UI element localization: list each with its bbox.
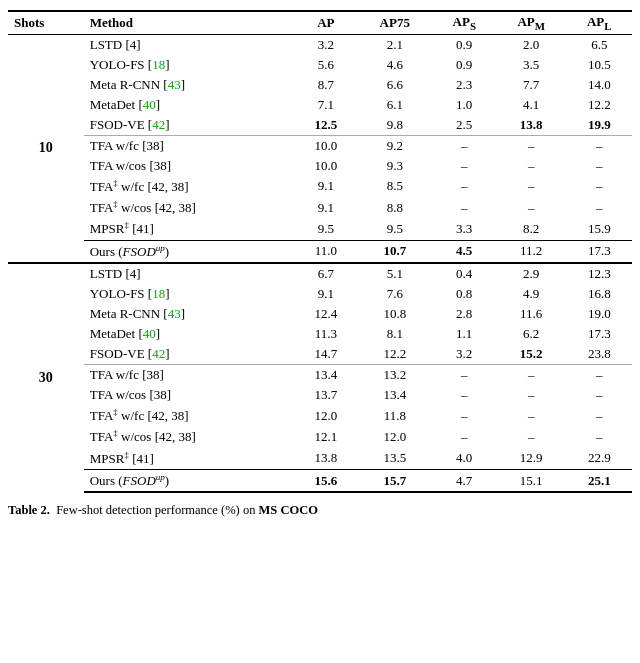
ours-cell: 17.3 [567,240,632,263]
table-cell: 14.0 [567,75,632,95]
table-cell: 13.8 [496,115,567,136]
table-cell: – [496,385,567,405]
ours-cell: 15.6 [295,469,357,492]
table-caption: Table 2. Few-shot detection performance … [8,501,632,520]
col-header-aps: APS [433,11,496,34]
table-cell: 12.2 [357,344,433,365]
table-cell: 12.4 [295,304,357,324]
table-row: MPSR‡ [41]13.813.54.012.922.9 [8,448,632,470]
method-cell: Meta R-CNN [43] [84,75,295,95]
table-cell: 2.8 [433,304,496,324]
table-cell: 11.8 [357,405,433,426]
table-cell: – [567,426,632,447]
method-cell: MPSR‡ [41] [84,218,295,240]
table-row: 10LSTD [4]3.22.10.92.06.5 [8,34,632,55]
table-cell: 13.4 [357,385,433,405]
table-row: YOLO-FS [18]9.17.60.84.916.8 [8,284,632,304]
table-row: TFA w/cos [38]13.713.4––– [8,385,632,405]
method-cell: TFA w/cos [38] [84,156,295,176]
table-cell: 3.2 [433,344,496,365]
table-cell: 9.3 [357,156,433,176]
table-cell: 0.8 [433,284,496,304]
table-row: MetaDet [40]7.16.11.04.112.2 [8,95,632,115]
table-cell: 12.0 [357,426,433,447]
table-cell: 10.5 [567,55,632,75]
table-cell: – [496,156,567,176]
table-cell: 0.9 [433,55,496,75]
table-cell: 0.4 [433,263,496,284]
table-cell: 5.6 [295,55,357,75]
method-cell: MetaDet [40] [84,95,295,115]
table-cell: 4.0 [433,448,496,470]
table-cell: 12.2 [567,95,632,115]
table-cell: 15.2 [496,344,567,365]
table-cell: 10.8 [357,304,433,324]
table-cell: 16.8 [567,284,632,304]
table-cell: 8.1 [357,324,433,344]
table-cell: – [496,176,567,197]
table-row: Meta R-CNN [43]8.76.62.37.714.0 [8,75,632,95]
ours-cell: 15.1 [496,469,567,492]
table-cell: 6.7 [295,263,357,284]
method-cell: TFA w/fc [38] [84,135,295,156]
table-cell: – [567,364,632,385]
method-cell: TFA‡ w/cos [42, 38] [84,197,295,218]
col-header-apm: APM [496,11,567,34]
ours-cell: 10.7 [357,240,433,263]
col-header-apl: APL [567,11,632,34]
col-header-shots: Shots [8,11,84,34]
table-cell: 6.5 [567,34,632,55]
table-cell: 9.1 [295,176,357,197]
table-cell: 8.8 [357,197,433,218]
table-cell: 13.7 [295,385,357,405]
table-cell: – [433,176,496,197]
method-cell: TFA‡ w/fc [42, 38] [84,405,295,426]
col-header-method: Method [84,11,295,34]
method-cell: TFA‡ w/fc [42, 38] [84,176,295,197]
ours-cell: 11.0 [295,240,357,263]
table-cell: 9.5 [357,218,433,240]
method-cell: TFA‡ w/cos [42, 38] [84,426,295,447]
group-divider-row: TFA w/fc [38]10.09.2––– [8,135,632,156]
table-cell: 12.0 [295,405,357,426]
table-cell: 19.9 [567,115,632,136]
table-cell: 7.1 [295,95,357,115]
shots-cell: 10 [8,34,84,263]
table-cell: 3.3 [433,218,496,240]
method-cell: FSOD-VE [42] [84,115,295,136]
table-cell: – [433,156,496,176]
table-cell: 13.5 [357,448,433,470]
table-cell: 1.1 [433,324,496,344]
table-cell: 12.5 [295,115,357,136]
method-cell: FSOD-VE [42] [84,344,295,365]
table-cell: – [567,197,632,218]
table-cell: 1.0 [433,95,496,115]
col-header-ap: AP [295,11,357,34]
table-cell: – [567,176,632,197]
table-cell: – [433,364,496,385]
table-cell: – [433,135,496,156]
table-row: TFA w/cos [38]10.09.3––– [8,156,632,176]
table-cell: 10.0 [295,135,357,156]
table-cell: 6.1 [357,95,433,115]
table-cell: 4.1 [496,95,567,115]
table-cell: 9.2 [357,135,433,156]
ours-row: Ours (FSODup)11.010.74.511.217.3 [8,240,632,263]
table-cell: 14.7 [295,344,357,365]
table-cell: 2.9 [496,263,567,284]
table-cell: – [496,426,567,447]
table-row: TFA‡ w/cos [42, 38]9.18.8––– [8,197,632,218]
table-cell: 4.6 [357,55,433,75]
table-cell: – [567,135,632,156]
ours-cell: 25.1 [567,469,632,492]
table-cell: 22.9 [567,448,632,470]
table-cell: 7.7 [496,75,567,95]
table-cell: 0.9 [433,34,496,55]
table-cell: 23.8 [567,344,632,365]
table-cell: – [496,135,567,156]
table-cell: 13.2 [357,364,433,385]
table-cell: – [496,197,567,218]
ours-cell: 15.7 [357,469,433,492]
method-cell: MPSR‡ [41] [84,448,295,470]
method-cell: TFA w/cos [38] [84,385,295,405]
